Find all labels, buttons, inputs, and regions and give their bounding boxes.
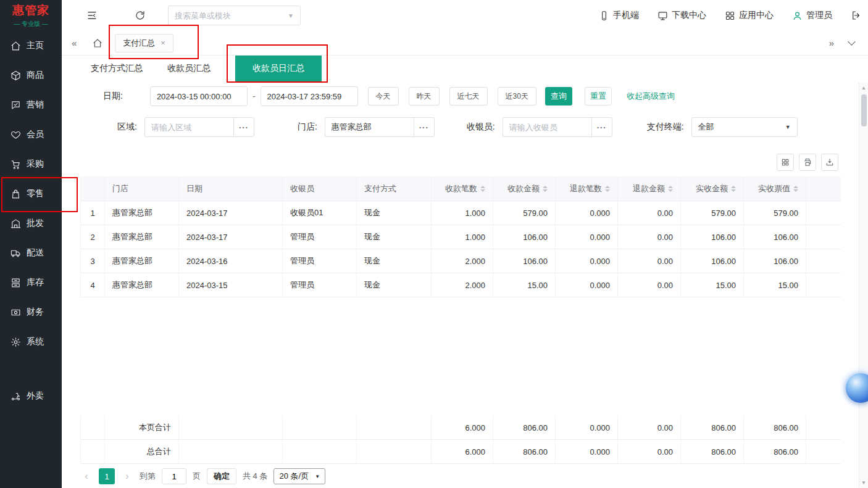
sidebar: 惠管家 — 专业版 — 主页 商品 营销 会员 采购 零售 批发 配送 库存 财…	[0, 0, 62, 488]
goods-icon	[10, 70, 21, 81]
col-header-payment-count[interactable]: 收款笔数	[432, 176, 493, 201]
scroll-tabs-left-button[interactable]: «	[72, 38, 77, 48]
filter-row-date: 日期: - 今天 昨天 近七天 近30天 查询 重置 收起高级查询	[62, 81, 868, 111]
vertical-scrollbar[interactable]: ▲ ▼	[859, 83, 868, 488]
region-input[interactable]	[144, 117, 234, 137]
subtab-payment-method-summary[interactable]: 支付方式汇总	[91, 56, 143, 81]
mobile-icon	[599, 10, 609, 21]
sidebar-item-members[interactable]: 会员	[0, 120, 62, 149]
scroll-tabs-right-button[interactable]: »	[829, 38, 834, 48]
quick-last7-button[interactable]: 近七天	[449, 87, 488, 105]
scroll-down-icon[interactable]: ▼	[861, 479, 866, 488]
scrollbar-thumb[interactable]	[861, 94, 867, 126]
printer-icon	[803, 158, 812, 167]
col-header-filler	[806, 176, 841, 201]
sidebar-item-inventory[interactable]: 库存	[0, 268, 62, 297]
sidebar-item-marketing[interactable]: 营销	[0, 90, 62, 120]
cell-store: 惠管家总部	[105, 225, 179, 249]
store-input[interactable]	[325, 117, 414, 137]
region-picker-button[interactable]: ···	[233, 117, 254, 137]
date-from-input[interactable]	[150, 86, 248, 106]
quick-today-button[interactable]: 今天	[368, 87, 399, 105]
sort-icon[interactable]	[668, 186, 673, 192]
column-settings-button[interactable]	[777, 154, 794, 171]
sidebar-item-label: 主页	[27, 40, 44, 51]
goto-page-input[interactable]	[162, 468, 186, 484]
page-size-select[interactable]: 20 条/页 ▼	[273, 468, 325, 484]
sidebar-item-label: 采购	[27, 159, 44, 170]
collapse-menu-button[interactable]	[86, 10, 98, 21]
sort-icon[interactable]	[605, 186, 610, 192]
current-page-button[interactable]: 1	[99, 468, 115, 484]
cashier-picker-button[interactable]: ···	[591, 117, 612, 137]
sidebar-item-finance[interactable]: 财务	[0, 297, 62, 327]
reset-button[interactable]: 重置	[585, 87, 612, 105]
user-menu[interactable]: 管理员	[792, 10, 832, 21]
page-unit-label: 页	[193, 471, 201, 482]
sidebar-item-delivery[interactable]: 配送	[0, 238, 62, 268]
sidebar-item-takeout[interactable]: 外卖	[0, 381, 62, 411]
cell-actual-amount: 15.00	[681, 273, 744, 297]
sort-icon[interactable]	[480, 186, 485, 192]
mobile-link[interactable]: 手机端	[599, 10, 639, 21]
terminal-select[interactable]: 全部 ▼	[691, 117, 798, 137]
tab-list-caret-icon[interactable]	[848, 38, 856, 46]
table-row[interactable]: 3 惠管家总部 2024-03-16 管理员 现金 2.000 106.00 0…	[80, 249, 841, 273]
date-to-input[interactable]	[261, 86, 358, 106]
col-header-refund-amount[interactable]: 退款金额	[618, 176, 681, 201]
cell-date: 2024-03-16	[179, 249, 283, 273]
goto-confirm-button[interactable]: 确定	[207, 468, 236, 484]
tab-home-button[interactable]	[93, 38, 102, 48]
sidebar-item-wholesale[interactable]: 批发	[0, 209, 62, 238]
sidebar-item-home[interactable]: 主页	[0, 31, 62, 60]
cell-index: 2	[80, 225, 105, 249]
tab-payment-summary[interactable]: 支付汇总 ×	[115, 34, 173, 52]
total-payment-amount: 806.00	[493, 440, 556, 464]
cell-payment-count: 1.000	[432, 201, 493, 225]
pagination: ‹ 1 › 到第 页 确定 共 4 条 20 条/页 ▼	[80, 468, 868, 484]
col-header-actual-amount[interactable]: 实收金额	[681, 176, 744, 201]
cell-cashier: 管理员	[283, 249, 357, 273]
cell-actual-ticket: 106.00	[744, 225, 806, 249]
scroll-up-icon[interactable]: ▲	[861, 83, 866, 92]
sidebar-item-system[interactable]: 系统	[0, 327, 62, 357]
app-center-link[interactable]: 应用中心	[725, 10, 774, 21]
sidebar-item-goods[interactable]: 商品	[0, 60, 62, 90]
menu-search-input[interactable]	[175, 11, 288, 20]
col-header-payment-amount[interactable]: 收款金额	[493, 176, 556, 201]
subtab-cashier-summary[interactable]: 收款员汇总	[167, 56, 211, 81]
sort-icon[interactable]	[543, 186, 548, 192]
cell-index	[80, 440, 105, 464]
next-page-button[interactable]: ›	[121, 471, 133, 482]
sidebar-item-purchase[interactable]: 采购	[0, 149, 62, 179]
table-row[interactable]: 2 惠管家总部 2024-03-17 管理员 现金 1.000 106.00 0…	[80, 225, 841, 249]
search-caret-icon: ▼	[288, 12, 294, 19]
export-button[interactable]	[821, 154, 838, 171]
tab-close-icon[interactable]: ×	[161, 38, 165, 48]
col-header-actual-ticket[interactable]: 实收票值	[744, 176, 806, 201]
grand-total-row: 总合计 6.000 806.00 0.000 0.00 806.00 806.0…	[80, 440, 841, 464]
quick-yesterday-button[interactable]: 昨天	[409, 87, 440, 105]
store-picker-button[interactable]: ···	[414, 117, 435, 137]
col-header-refund-count[interactable]: 退款笔数	[556, 176, 618, 201]
sort-icon[interactable]	[793, 186, 798, 192]
prev-page-button[interactable]: ‹	[80, 471, 93, 482]
logout-button[interactable]	[851, 10, 862, 21]
download-center-link[interactable]: 下载中心	[657, 10, 706, 21]
refresh-button[interactable]	[135, 10, 146, 21]
collapse-advanced-link[interactable]: 收起高级查询	[627, 91, 675, 102]
menu-search-box[interactable]: ▼	[168, 6, 301, 25]
table-row[interactable]: 4 惠管家总部 2024-03-15 管理员 现金 2.000 15.00 0.…	[80, 273, 841, 297]
query-button[interactable]: 查询	[545, 87, 572, 105]
subtab-cashier-daily-summary[interactable]: 收款员日汇总	[235, 56, 322, 81]
table-empty-space	[80, 297, 841, 416]
cell-filler	[806, 225, 841, 249]
sort-icon[interactable]	[731, 186, 736, 192]
table-row[interactable]: 1 惠管家总部 2024-03-17 收银员01 现金 1.000 579.00…	[80, 201, 841, 225]
quick-last30-button[interactable]: 近30天	[498, 87, 536, 105]
print-button[interactable]	[799, 154, 816, 171]
cell-empty	[283, 440, 357, 464]
sidebar-item-retail[interactable]: 零售	[0, 179, 62, 209]
cell-cashier: 收银员01	[283, 201, 357, 225]
cashier-input[interactable]	[503, 117, 592, 137]
